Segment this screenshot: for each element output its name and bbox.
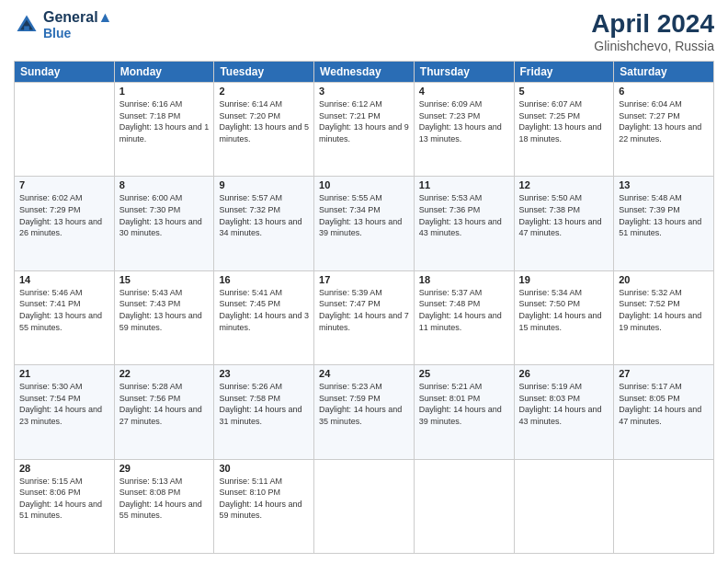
weekday-header-sunday: Sunday [15,62,115,83]
day-info: Sunrise: 6:09 AMSunset: 7:23 PMDaylight:… [419,98,509,144]
day-number: 20 [619,274,709,285]
day-info: Sunrise: 5:34 AMSunset: 7:50 PMDaylight:… [519,287,609,333]
day-info: Sunrise: 5:43 AMSunset: 7:43 PMDaylight:… [119,287,210,333]
day-number: 1 [119,86,210,97]
calendar-cell: 28 Sunrise: 5:15 AMSunset: 8:06 PMDaylig… [15,459,115,553]
calendar-week-0: 1 Sunrise: 6:16 AMSunset: 7:18 PMDayligh… [15,83,714,177]
day-number: 24 [319,368,409,379]
day-number: 26 [519,368,609,379]
day-info: Sunrise: 5:17 AMSunset: 8:05 PMDaylight:… [619,381,709,427]
day-info: Sunrise: 5:55 AMSunset: 7:34 PMDaylight:… [319,192,409,238]
day-info: Sunrise: 5:57 AMSunset: 7:32 PMDaylight:… [219,192,309,238]
day-number: 27 [619,368,709,379]
day-info: Sunrise: 5:53 AMSunset: 7:36 PMDaylight:… [419,192,509,238]
calendar-cell: 1 Sunrise: 6:16 AMSunset: 7:18 PMDayligh… [114,83,214,177]
calendar-header-row: SundayMondayTuesdayWednesdayThursdayFrid… [15,62,714,83]
day-info: Sunrise: 5:26 AMSunset: 7:58 PMDaylight:… [219,381,309,427]
day-info: Sunrise: 6:04 AMSunset: 7:27 PMDaylight:… [619,98,709,144]
day-number: 16 [219,274,309,285]
calendar-cell [514,459,614,553]
calendar-week-4: 28 Sunrise: 5:15 AMSunset: 8:06 PMDaylig… [15,459,714,553]
day-number: 8 [119,179,210,190]
day-info: Sunrise: 5:23 AMSunset: 7:59 PMDaylight:… [319,381,409,427]
calendar-cell [614,459,714,553]
weekday-header-wednesday: Wednesday [314,62,415,83]
day-number: 25 [419,368,509,379]
calendar-cell: 15 Sunrise: 5:43 AMSunset: 7:43 PMDaylig… [114,270,214,364]
calendar-cell: 13 Sunrise: 5:48 AMSunset: 7:39 PMDaylig… [614,177,714,270]
day-info: Sunrise: 5:28 AMSunset: 7:56 PMDaylight:… [119,381,210,427]
day-info: Sunrise: 6:14 AMSunset: 7:20 PMDaylight:… [219,98,309,144]
calendar-cell: 25 Sunrise: 5:21 AMSunset: 8:01 PMDaylig… [414,365,514,459]
day-number: 4 [419,86,509,97]
logo-icon [14,12,40,38]
weekday-header-thursday: Thursday [414,62,514,83]
calendar-cell: 5 Sunrise: 6:07 AMSunset: 7:25 PMDayligh… [514,83,614,177]
calendar-cell: 3 Sunrise: 6:12 AMSunset: 7:21 PMDayligh… [314,83,415,177]
calendar-cell: 6 Sunrise: 6:04 AMSunset: 7:27 PMDayligh… [614,83,714,177]
month-year: April 2024 [591,9,714,39]
day-info: Sunrise: 5:15 AMSunset: 8:06 PMDaylight:… [19,476,109,522]
day-info: Sunrise: 5:50 AMSunset: 7:38 PMDaylight:… [519,192,609,238]
calendar-cell: 29 Sunrise: 5:13 AMSunset: 8:08 PMDaylig… [114,459,214,553]
day-info: Sunrise: 6:12 AMSunset: 7:21 PMDaylight:… [319,98,409,144]
day-number: 3 [319,86,409,97]
day-info: Sunrise: 5:46 AMSunset: 7:41 PMDaylight:… [19,287,109,333]
day-number: 5 [519,86,609,97]
calendar-week-3: 21 Sunrise: 5:30 AMSunset: 7:54 PMDaylig… [15,365,714,459]
calendar-cell: 16 Sunrise: 5:41 AMSunset: 7:45 PMDaylig… [214,270,314,364]
calendar-week-1: 7 Sunrise: 6:02 AMSunset: 7:29 PMDayligh… [15,177,714,270]
day-info: Sunrise: 5:39 AMSunset: 7:47 PMDaylight:… [319,287,409,333]
calendar-cell [15,83,115,177]
day-number: 6 [619,86,709,97]
day-info: Sunrise: 5:30 AMSunset: 7:54 PMDaylight:… [19,381,109,427]
day-number: 17 [319,274,409,285]
calendar-week-2: 14 Sunrise: 5:46 AMSunset: 7:41 PMDaylig… [15,270,714,364]
logo-text: General▲ Blue [43,9,112,40]
day-info: Sunrise: 5:13 AMSunset: 8:08 PMDaylight:… [119,476,210,522]
calendar-cell: 23 Sunrise: 5:26 AMSunset: 7:58 PMDaylig… [214,365,314,459]
header: General▲ Blue April 2024 Glinishchevo, R… [14,9,714,53]
calendar-cell [314,459,415,553]
day-number: 19 [519,274,609,285]
day-number: 18 [419,274,509,285]
day-number: 22 [119,368,210,379]
calendar: SundayMondayTuesdayWednesdayThursdayFrid… [14,61,714,554]
day-number: 9 [219,179,309,190]
calendar-cell: 9 Sunrise: 5:57 AMSunset: 7:32 PMDayligh… [214,177,314,270]
day-number: 15 [119,274,210,285]
calendar-cell: 8 Sunrise: 6:00 AMSunset: 7:30 PMDayligh… [114,177,214,270]
location: Glinishchevo, Russia [591,39,714,53]
logo: General▲ Blue [14,9,112,40]
calendar-cell: 4 Sunrise: 6:09 AMSunset: 7:23 PMDayligh… [414,83,514,177]
day-info: Sunrise: 5:19 AMSunset: 8:03 PMDaylight:… [519,381,609,427]
calendar-cell [414,459,514,553]
day-number: 21 [19,368,109,379]
calendar-cell: 22 Sunrise: 5:28 AMSunset: 7:56 PMDaylig… [114,365,214,459]
day-info: Sunrise: 6:16 AMSunset: 7:18 PMDaylight:… [119,98,210,144]
calendar-cell: 10 Sunrise: 5:55 AMSunset: 7:34 PMDaylig… [314,177,415,270]
page: General▲ Blue April 2024 Glinishchevo, R… [0,0,728,563]
calendar-cell: 21 Sunrise: 5:30 AMSunset: 7:54 PMDaylig… [15,365,115,459]
weekday-header-monday: Monday [114,62,214,83]
title-block: April 2024 Glinishchevo, Russia [591,9,714,53]
calendar-cell: 27 Sunrise: 5:17 AMSunset: 8:05 PMDaylig… [614,365,714,459]
day-info: Sunrise: 6:02 AMSunset: 7:29 PMDaylight:… [19,192,109,238]
day-number: 2 [219,86,309,97]
calendar-cell: 11 Sunrise: 5:53 AMSunset: 7:36 PMDaylig… [414,177,514,270]
weekday-header-saturday: Saturday [614,62,714,83]
day-number: 7 [19,179,109,190]
day-info: Sunrise: 5:41 AMSunset: 7:45 PMDaylight:… [219,287,309,333]
calendar-cell: 26 Sunrise: 5:19 AMSunset: 8:03 PMDaylig… [514,365,614,459]
day-info: Sunrise: 5:32 AMSunset: 7:52 PMDaylight:… [619,287,709,333]
calendar-cell: 12 Sunrise: 5:50 AMSunset: 7:38 PMDaylig… [514,177,614,270]
weekday-header-tuesday: Tuesday [214,62,314,83]
day-number: 30 [219,463,309,474]
day-info: Sunrise: 5:21 AMSunset: 8:01 PMDaylight:… [419,381,509,427]
day-info: Sunrise: 5:48 AMSunset: 7:39 PMDaylight:… [619,192,709,238]
day-number: 23 [219,368,309,379]
calendar-cell: 30 Sunrise: 5:11 AMSunset: 8:10 PMDaylig… [214,459,314,553]
weekday-header-friday: Friday [514,62,614,83]
day-number: 10 [319,179,409,190]
day-number: 14 [19,274,109,285]
